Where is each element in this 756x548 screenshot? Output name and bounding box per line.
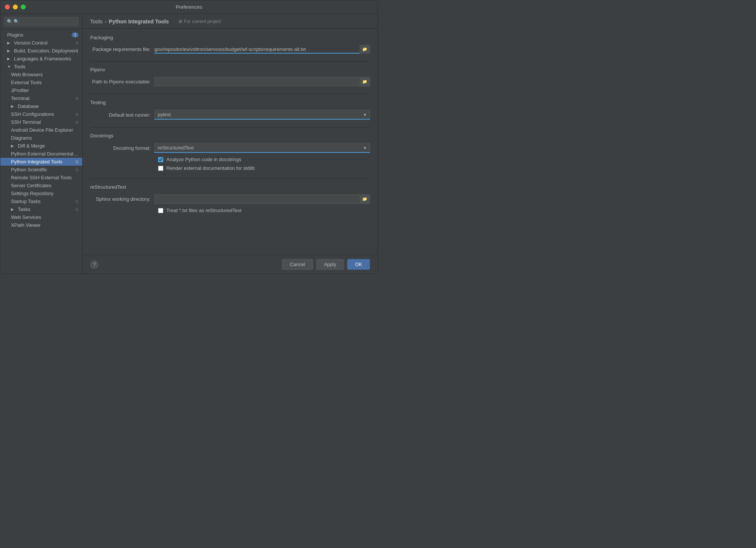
sidebar-item-python-external-docs[interactable]: Python External Documentation <box>0 150 82 158</box>
main-panel: Tools › Python Integrated Tools 🖥 For cu… <box>83 14 378 274</box>
restructuredtext-title: reStructuredText <box>90 184 370 190</box>
cancel-button[interactable]: Cancel <box>282 259 313 270</box>
analyze-code-checkbox[interactable] <box>158 157 163 162</box>
folder-icon: 📁 <box>362 197 367 202</box>
sidebar-item-label: Tasks <box>18 206 73 212</box>
expand-arrow-icon: ▶ <box>11 207 16 211</box>
sidebar-item-label: SSH Configurations <box>11 111 73 117</box>
content-area: 🔍 Plugins 1 ▶ Version Control ⎘ <box>0 14 378 274</box>
analyze-code-label: Analyze Python code in docstrings <box>166 157 241 162</box>
sidebar-item-plugins[interactable]: Plugins 1 <box>0 31 82 39</box>
close-button[interactable] <box>5 5 10 9</box>
test-runner-select[interactable]: pytest unittest Twisted Trial Behave <box>154 110 370 120</box>
preferences-window: Preferences 🔍 Plugins 1 ▶ <box>0 0 378 274</box>
for-current-project: 🖥 For current project <box>178 19 221 24</box>
pipenv-path-input[interactable] <box>154 77 370 86</box>
packaging-section: Packaging Package requirements file: 📁 <box>90 35 370 54</box>
sidebar-item-xpath-viewer[interactable]: XPath Viewer <box>0 221 82 229</box>
sidebar-item-server-certificates[interactable]: Server Certificates <box>0 182 82 189</box>
sphinx-dir-browse-button[interactable]: 📁 <box>360 194 370 204</box>
treat-txt-checkbox[interactable] <box>158 208 163 213</box>
search-box: 🔍 <box>0 14 82 29</box>
sidebar-item-languages-frameworks[interactable]: ▶ Languages & Frameworks <box>0 55 82 63</box>
sidebar-item-terminal[interactable]: Terminal ⎘ <box>0 94 82 102</box>
sidebar-item-label: Version Control <box>14 40 73 46</box>
sphinx-dir-input-wrapper: 📁 <box>154 194 370 204</box>
sidebar-item-label: Web Browsers <box>11 72 78 77</box>
footer-left: ? <box>90 260 98 269</box>
sidebar-item-label: Terminal <box>11 95 73 101</box>
sidebar-item-external-tools[interactable]: External Tools <box>0 79 82 86</box>
apply-button[interactable]: Apply <box>316 259 344 270</box>
search-icon: 🔍 <box>7 19 12 24</box>
package-requirements-input[interactable] <box>154 45 370 54</box>
sidebar-item-diff-merge[interactable]: ▶ Diff & Merge <box>0 142 82 150</box>
help-icon: ? <box>93 262 95 267</box>
sidebar-item-database[interactable]: ▶ Database <box>0 102 82 110</box>
render-stdlib-checkbox-row: Render external documentation for stdlib <box>90 165 370 171</box>
sidebar-item-web-services[interactable]: Web Services <box>0 213 82 221</box>
sidebar-item-python-scientific[interactable]: Python Scientific ⎘ <box>0 166 82 174</box>
docstrings-title: Docstrings <box>90 133 370 139</box>
sidebar-item-tools[interactable]: ▼ Tools <box>0 63 82 71</box>
analyze-code-checkbox-row: Analyze Python code in docstrings <box>90 157 370 162</box>
sidebar-item-jprofiler[interactable]: JProfiler <box>0 86 82 94</box>
sidebar-item-label: Database <box>18 103 78 109</box>
sidebar-item-settings-repository[interactable]: Settings Repository <box>0 189 82 197</box>
section-divider-2 <box>90 94 370 94</box>
expand-arrow-icon: ▶ <box>11 144 16 148</box>
maximize-button[interactable] <box>21 5 26 9</box>
docstring-format-select[interactable]: reStructuredText NumPy Google Epytext Pl… <box>154 143 370 153</box>
sync-icon: ⎘ <box>76 41 78 45</box>
packaging-title: Packaging <box>90 35 370 40</box>
sidebar: 🔍 Plugins 1 ▶ Version Control ⎘ <box>0 14 83 274</box>
sidebar-item-tasks[interactable]: ▶ Tasks ⎘ <box>0 205 82 213</box>
sidebar-item-python-integrated-tools[interactable]: Python Integrated Tools ⎘ <box>0 158 82 166</box>
package-requirements-input-wrapper: 📁 <box>154 45 370 54</box>
restructuredtext-section: reStructuredText Sphinx working director… <box>90 184 370 213</box>
pipenv-section: Pipenv Path to Pipenv executable: 📁 <box>90 67 370 86</box>
testing-title: Testing <box>90 100 370 105</box>
minimize-button[interactable] <box>13 5 18 9</box>
sync-icon: ⎘ <box>76 96 78 101</box>
sidebar-item-remote-ssh-external-tools[interactable]: Remote SSH External Tools <box>0 174 82 182</box>
ok-button[interactable]: OK <box>347 259 370 270</box>
sidebar-item-build-execution[interactable]: ▶ Build, Execution, Deployment <box>0 47 82 55</box>
sync-icon: ⎘ <box>76 168 78 172</box>
package-requirements-browse-button[interactable]: 📁 <box>360 45 370 54</box>
search-wrapper: 🔍 <box>4 17 78 26</box>
sidebar-item-label: Remote SSH External Tools <box>11 175 78 180</box>
render-stdlib-checkbox[interactable] <box>158 166 163 171</box>
sidebar-item-label: Diff & Merge <box>18 143 78 149</box>
sidebar-item-label: Python Integrated Tools <box>11 159 73 165</box>
sidebar-item-startup-tasks[interactable]: Startup Tasks ⎘ <box>0 197 82 205</box>
expand-arrow-icon: ▶ <box>7 57 12 61</box>
help-button[interactable]: ? <box>90 260 98 269</box>
sphinx-dir-label: Sphinx working directory: <box>90 196 151 202</box>
sidebar-item-ssh-configurations[interactable]: SSH Configurations ⎘ <box>0 110 82 118</box>
sidebar-item-web-browsers[interactable]: Web Browsers <box>0 71 82 79</box>
treat-txt-label: Treat *.txt files as reStructuredText <box>166 208 241 213</box>
sidebar-item-version-control[interactable]: ▶ Version Control ⎘ <box>0 39 82 47</box>
breadcrumb-parent: Tools <box>90 18 103 25</box>
sidebar-item-android-device[interactable]: Android Device File Explorer <box>0 126 82 134</box>
sidebar-item-label: Server Certificates <box>11 183 78 188</box>
footer: ? Cancel Apply OK <box>83 255 378 274</box>
sync-icon: ⎘ <box>76 199 78 204</box>
sphinx-dir-input[interactable] <box>154 194 370 204</box>
expand-arrow-icon: ▶ <box>7 49 12 53</box>
pipenv-path-input-wrapper: 📁 <box>154 77 370 86</box>
sidebar-item-label: Tools <box>14 64 78 69</box>
pipenv-path-browse-button[interactable]: 📁 <box>360 77 370 86</box>
package-requirements-label: Package requirements file: <box>90 46 151 52</box>
pipenv-path-label: Path to Pipenv executable: <box>90 79 151 85</box>
breadcrumb-separator: › <box>105 18 107 25</box>
expand-arrow-icon: ▶ <box>11 104 16 108</box>
sidebar-item-label: Android Device File Explorer <box>11 127 78 133</box>
sidebar-item-diagrams[interactable]: Diagrams <box>0 134 82 142</box>
test-runner-select-wrapper: pytest unittest Twisted Trial Behave ▼ <box>154 110 370 120</box>
sidebar-item-ssh-terminal[interactable]: SSH Terminal ⎘ <box>0 118 82 126</box>
search-input[interactable] <box>4 17 78 26</box>
docstring-format-select-wrapper: reStructuredText NumPy Google Epytext Pl… <box>154 143 370 153</box>
docstrings-section: Docstrings Docstring format: reStructure… <box>90 133 370 171</box>
